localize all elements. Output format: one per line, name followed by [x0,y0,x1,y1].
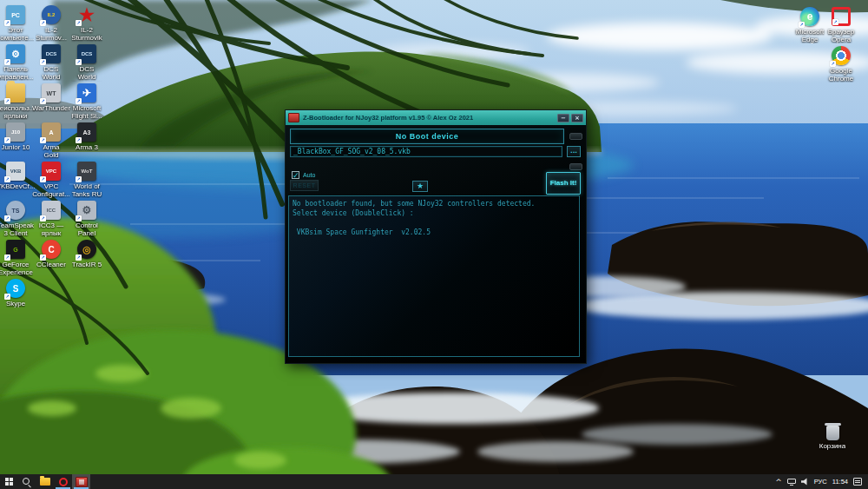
desktop-icon-geforce-experience[interactable]: G↗GeForce Experience [0,240,31,276]
desktop-icon-google-chrome[interactable]: ↗Google Chrome [823,46,859,83]
desktop-icon-teamspeak-3-label: TeamSpeak 3 Client [0,221,34,237]
desktop-icon-dcs-world-openbeta[interactable]: DCS↗DCS World OpenBeta [71,44,102,82]
shortcut-arrow-icon: ↗ [4,98,10,104]
window-controls: − × [557,114,583,122]
search-icon [23,478,31,486]
desktop-icon-war-thunder-label: WarThunder [32,104,70,112]
auto-checkbox[interactable]: ✓ Auto [292,171,315,179]
shortcut-arrow-icon: ↗ [832,19,838,25]
desktop-icon-trackir-5[interactable]: ◎↗TrackIR 5 [71,240,102,268]
close-button[interactable]: × [571,114,583,122]
volume-icon[interactable] [801,478,809,486]
desktop-icon-control-panel-ru[interactable]: ⚙↗Панель управлен... [0,44,31,81]
zbootloader-window: Z-Bootloader for NJoy32 platform v1.95 ©… [285,109,587,364]
desktop-icon-war-thunder[interactable]: WT↗WarThunder [36,83,67,112]
shortcut-arrow-icon: ↗ [76,176,82,182]
desktop-icon-skype[interactable]: S↗Skype [0,279,31,307]
desktop-icon-arma-3[interactable]: A3↗Arma 3 [71,122,102,151]
clock[interactable]: 11:54 [832,478,848,486]
desktop-icon-arma-gold-edition-label: Arma Gold Edition [36,143,67,160]
desktop-icon-icc3-shortcut-label: ICC3 — ярлык [36,221,67,237]
desktop-icon-dcs-world[interactable]: DCS↗DCS World [36,44,67,81]
taskbar-file-explorer-button[interactable] [36,474,54,489]
shortcut-arrow-icon: ↗ [40,176,46,182]
desktop-icon-vpc-configurator[interactable]: VPC↗VPC Configurat... [36,162,67,198]
opera-icon [59,478,68,486]
shortcut-arrow-icon: ↗ [40,20,46,26]
indicator-led-top [569,133,582,140]
desktop-icon-this-pc[interactable]: PC↗Этот компьюте... [0,5,31,42]
desktop-icon-microsoft-flight-simulator-label: Microsoft Flight Si... [71,104,102,120]
shortcut-arrow-icon: ↗ [4,254,10,261]
desktop-icon-microsoft-flight-simulator[interactable]: ✈↗Microsoft Flight Si... [71,83,102,120]
desktop-icon-il2-sturmovik[interactable]: IL2↗IL-2 Sturmov... [36,5,67,42]
indicator-led-middle [569,163,582,170]
flash-button[interactable]: Flash It! [546,172,581,195]
desktop-icon-junior-10[interactable]: J10↗Junior 10 [0,122,31,151]
window-titlebar[interactable]: Z-Bootloader for NJoy32 platform v1.95 ©… [286,110,586,125]
desktop-icon-google-chrome-glyph-icon: ↗ [832,46,851,65]
desktop-icon-world-of-tanks[interactable]: WoT↗World of Tanks RU [71,162,102,198]
desktop-icon-unused-shortcuts-folder[interactable]: ↗неиспольз... ярлыки [0,83,31,120]
shortcut-arrow-icon: ↗ [40,254,46,261]
desktop-icon-recycle-bin-label: Корзина [819,442,845,450]
checkbox-checkmark-icon: ✓ [292,171,299,179]
desktop-icon-ccleaner[interactable]: C↗CCleaner [36,240,67,268]
desktop-icon-teamspeak-3[interactable]: TS↗TeamSpeak 3 Client [0,201,31,237]
shortcut-arrow-icon: ↗ [799,22,805,28]
taskbar-buttons [0,474,90,489]
windows-icon [5,478,13,486]
desktop-icon-control-panel-label: Control Panel [71,221,102,237]
tray-chevron-icon[interactable]: ^ [775,478,782,486]
desktop-icon-icc3-shortcut-glyph-icon: ICC↗ [42,201,61,220]
browse-button[interactable]: ... [567,146,581,157]
firmware-file-input[interactable] [290,146,562,157]
shortcut-arrow-icon: ↗ [40,98,46,104]
desktop-icon-il2-sturmovik-battle[interactable]: ★↗IL-2 Sturmovik ... [71,5,102,43]
desktop-icon-arma-gold-edition[interactable]: A↗Arma Gold Edition [36,122,67,160]
shortcut-arrow-icon: ↗ [76,59,82,65]
desktop-icon-microsoft-flight-simulator-glyph-icon: ✈↗ [77,83,96,102]
taskbar: ^ РУС 11:54 [0,474,868,489]
desktop: PC↗Этот компьюте...IL2↗IL-2 Sturmov...★↗… [0,0,868,489]
auto-checkbox-label: Auto [303,172,315,178]
desktop-icon-world-of-tanks-glyph-icon: WoT↗ [77,162,96,181]
shortcut-arrow-icon: ↗ [4,176,10,182]
window-title: Z-Bootloader for NJoy32 platform v1.95 ©… [303,114,557,122]
shortcut-arrow-icon: ↗ [40,59,46,65]
network-icon[interactable] [787,479,796,486]
action-center-icon[interactable] [853,478,862,486]
taskbar-opera-button[interactable] [54,474,72,489]
taskbar-zbootloader-button[interactable] [72,474,90,489]
desktop-icon-recycle-bin[interactable]: Корзина [814,426,851,450]
system-tray: ^ РУС 11:54 [769,474,868,489]
log-line: No bootloader found, but some NJoy32 con… [293,199,575,208]
desktop-icon-control-panel-glyph-icon: ⚙↗ [77,201,96,220]
desktop-icon-control-panel[interactable]: ⚙↗Control Panel [71,201,102,237]
shortcut-arrow-icon: ↗ [76,137,82,143]
minimize-button[interactable]: − [557,114,569,122]
desktop-icon-icc3-shortcut[interactable]: ICC↗ICC3 — ярлык [36,201,67,237]
desktop-icon-skype-glyph-icon: S↗ [6,279,25,298]
reset-button[interactable]: RESET [290,180,319,191]
shortcut-arrow-icon: ↗ [76,215,82,221]
folder-icon [40,478,50,486]
star-button[interactable]: ★ [412,181,428,192]
desktop-icon-junior-10-label: Junior 10 [2,143,30,151]
desktop-icon-skype-label: Skype [6,300,25,307]
desktop-icon-this-pc-label: Этот компьюте... [0,26,34,42]
zboot-icon [76,477,88,487]
start-button[interactable] [0,474,17,489]
taskbar-search-button[interactable] [17,474,36,489]
desktop-icon-arma-3-label: Arma 3 [76,143,98,151]
language-indicator[interactable]: РУС [814,478,827,486]
desktop-icon-dcs-world-label: DCS World [36,65,67,81]
desktop-icon-war-thunder-glyph-icon: WT↗ [42,83,61,102]
desktop-icon-il2-sturmovik-battle-glyph-icon: ★↗ [77,5,96,24]
status-header: No Boot device [290,129,564,144]
log-line-device-entry[interactable]: VKBsim Space Gunfighter v2.02.5 [293,228,575,237]
status-header-text: No Boot device [396,132,459,141]
desktop-icon-vkbdevcfg[interactable]: VKB↗VKBDevCf... [0,162,31,190]
desktop-icon-il2-sturmovik-glyph-icon: IL2↗ [42,5,61,24]
desktop-icon-opera[interactable]: ↗Браузер Opera [823,7,859,43]
